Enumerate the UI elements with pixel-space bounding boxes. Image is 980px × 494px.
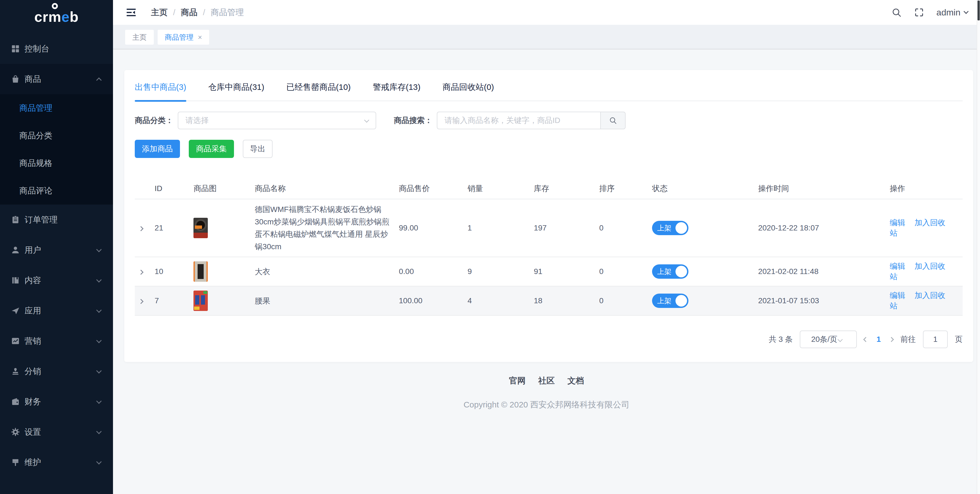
product-image-jars[interactable] — [194, 290, 208, 311]
tag-bar: 主页商品管理× — [113, 25, 980, 49]
sidebar-item-goods[interactable]: 商品 — [0, 64, 113, 94]
stamp-icon — [11, 367, 20, 376]
prev-page-button[interactable] — [864, 337, 869, 342]
category-label: 商品分类： — [135, 115, 173, 126]
brand-logo-text: crmeb — [34, 8, 78, 25]
table-header-row: ID商品图商品名称商品售价销量库存排序状态操作时间操作 — [135, 179, 963, 199]
category-select[interactable]: 请选择 — [178, 112, 376, 129]
sidebar-item-orders[interactable]: 订单管理 — [0, 204, 113, 235]
main-column: 主页/商品/商品管理 admin 主页商品管理× 出售中商品(3)仓 — [113, 0, 980, 494]
sidebar-item-label: 应用 — [24, 305, 41, 317]
table-row: 10大衣0.009910上架2021-02-02 11:48编辑加入回收站 — [135, 257, 963, 286]
row-expand-chevron-icon[interactable] — [138, 299, 143, 304]
close-icon[interactable]: × — [198, 33, 202, 41]
tab-1[interactable]: 仓库中商品(31) — [208, 81, 264, 100]
col-header: 商品图 — [194, 179, 255, 199]
user-name: admin — [937, 8, 961, 18]
sidebar-group-dashboard: 控制台 — [0, 33, 113, 64]
chevron-down-icon — [96, 398, 102, 404]
cell-id: 10 — [154, 257, 194, 286]
scrollbar-track[interactable] — [977, 0, 980, 494]
cell-price: 0.00 — [399, 257, 468, 286]
brush-icon — [11, 457, 20, 467]
cell-sales: 9 — [468, 257, 534, 286]
breadcrumb-separator: / — [173, 8, 175, 17]
cell-sort: 0 — [599, 257, 652, 286]
row-expand-chevron-icon[interactable] — [138, 269, 143, 274]
sidebar-group-apps: 应用 — [0, 295, 113, 326]
product-name: 德国WMF福腾宝不粘锅麦饭石色炒锅30cm炒菜锅少烟锅具煎锅平底煎炒锅煎蛋不粘锅… — [255, 203, 393, 253]
sidebar-item-content[interactable]: 内容 — [0, 265, 113, 295]
fullscreen-icon[interactable] — [914, 7, 924, 18]
tab-2[interactable]: 已经售罄商品(10) — [286, 81, 350, 100]
status-toggle[interactable]: 上架 — [652, 293, 689, 308]
goods-search-input[interactable] — [437, 112, 600, 129]
chevron-down-icon — [364, 118, 369, 123]
sidebar-item-label: 控制台 — [24, 43, 49, 54]
col-header: 商品名称 — [255, 179, 399, 199]
sidebar-item-distribution[interactable]: 分销 — [0, 356, 113, 387]
cell-status: 上架 — [652, 286, 758, 316]
next-page-button[interactable] — [889, 337, 894, 342]
cell-sales: 1 — [468, 199, 534, 257]
sidebar-subitem-goods-manage[interactable]: 商品管理 — [0, 94, 113, 122]
brand-logo[interactable]: crmeb — [0, 0, 113, 33]
sidebar-item-apps[interactable]: 应用 — [0, 295, 113, 326]
page-size-select[interactable]: 20条/页 — [800, 330, 857, 348]
tag-0[interactable]: 主页 — [125, 30, 154, 45]
sidebar-item-settings[interactable]: 设置 — [0, 417, 113, 447]
edit-link[interactable]: 编辑 — [890, 262, 905, 271]
current-page[interactable]: 1 — [875, 335, 883, 344]
tab-4[interactable]: 商品回收站(0) — [442, 81, 494, 100]
cell-image — [194, 199, 255, 257]
collapse-sidebar-icon[interactable] — [125, 6, 137, 19]
search-submit-button[interactable] — [600, 112, 625, 129]
edit-link[interactable]: 编辑 — [890, 218, 905, 227]
cell-id: 7 — [154, 286, 194, 316]
tag-label: 主页 — [132, 32, 146, 42]
sidebar-menu: 控制台商品商品管理商品分类商品规格商品评论订单管理用户内容应用营销分销财务设置维… — [0, 33, 113, 478]
tab-0[interactable]: 出售中商品(3) — [135, 81, 186, 100]
cell-id: 21 — [154, 199, 194, 257]
cell-price: 99.00 — [399, 199, 468, 257]
scrollbar-thumb[interactable] — [977, 0, 980, 21]
sidebar-item-marketing[interactable]: 营销 — [0, 326, 113, 356]
search-icon[interactable] — [891, 7, 902, 18]
official-site-link[interactable]: 官网 — [509, 375, 525, 387]
cell-price: 100.00 — [399, 286, 468, 316]
user-menu[interactable]: admin — [937, 8, 968, 18]
tab-3[interactable]: 警戒库存(13) — [372, 81, 420, 100]
row-expand-chevron-icon[interactable] — [138, 226, 143, 231]
edit-link[interactable]: 编辑 — [890, 291, 905, 300]
goto-label: 前往 — [900, 334, 916, 344]
sidebar-item-dashboard[interactable]: 控制台 — [0, 33, 113, 64]
product-image-wok[interactable] — [194, 218, 208, 238]
status-toggle[interactable]: 上架 — [652, 265, 689, 279]
chevron-down-icon — [964, 9, 969, 14]
sidebar-item-finance[interactable]: 财务 — [0, 387, 113, 417]
breadcrumb-item[interactable]: 商品 — [181, 7, 197, 18]
docs-link[interactable]: 文档 — [568, 375, 584, 387]
table-row: 21德国WMF福腾宝不粘锅麦饭石色炒锅30cm炒菜锅少烟锅具煎锅平底煎炒锅煎蛋不… — [135, 199, 963, 257]
user-icon — [11, 245, 20, 255]
cell-expand — [135, 257, 154, 286]
product-image-coat[interactable] — [194, 261, 208, 282]
sidebar-subitem-goods-category[interactable]: 商品分类 — [0, 122, 113, 150]
sidebar-subitem-goods-spec[interactable]: 商品规格 — [0, 150, 113, 177]
tag-active[interactable]: 商品管理× — [158, 30, 209, 45]
add-goods-button[interactable]: 添加商品 — [135, 140, 180, 158]
sidebar-item-maintenance[interactable]: 维护 — [0, 447, 113, 478]
col-header: 操作 — [890, 179, 963, 199]
status-toggle[interactable]: 上架 — [652, 221, 689, 235]
sidebar-item-label: 用户 — [24, 244, 41, 256]
chevron-down-icon — [96, 338, 102, 343]
community-link[interactable]: 社区 — [538, 375, 555, 387]
export-button[interactable]: 导出 — [243, 140, 272, 158]
goto-page-input[interactable] — [923, 330, 948, 348]
breadcrumb-item[interactable]: 主页 — [151, 7, 167, 18]
sidebar: crmeb 控制台商品商品管理商品分类商品规格商品评论订单管理用户内容应用营销分… — [0, 0, 113, 494]
sidebar-item-users[interactable]: 用户 — [0, 235, 113, 265]
chevron-down-icon — [96, 459, 102, 464]
sidebar-subitem-goods-comment[interactable]: 商品评论 — [0, 177, 113, 204]
collect-goods-button[interactable]: 商品采集 — [189, 140, 234, 158]
